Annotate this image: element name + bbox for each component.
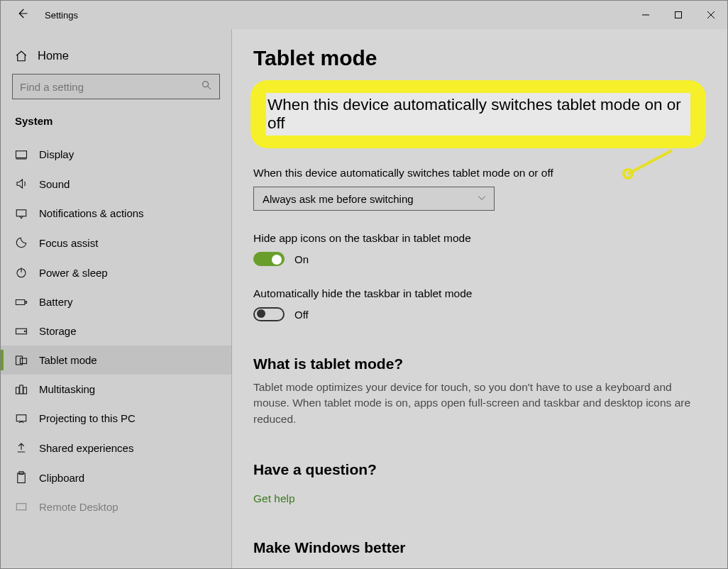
hide-taskbar-state: Off [294, 309, 309, 321]
search-input-wrapper[interactable] [12, 74, 220, 99]
page-title: Tablet mode [253, 46, 706, 70]
sidebar-item-projecting[interactable]: Projecting to this PC [1, 404, 231, 433]
window-title: Settings [45, 10, 78, 21]
auto-switch-label: When this device automatically switches … [253, 167, 706, 179]
svg-rect-19 [23, 387, 27, 394]
sidebar-home-label: Home [38, 49, 69, 62]
back-button[interactable] [13, 7, 31, 23]
svg-rect-17 [16, 387, 20, 394]
svg-rect-16 [21, 358, 27, 364]
question-title: Have a question? [253, 461, 706, 478]
sidebar-item-label: Shared experiences [39, 442, 133, 454]
settings-window: Settings Home Syst [0, 0, 728, 569]
focus-assist-icon [15, 236, 28, 249]
auto-switch-dropdown[interactable]: Always ask me before switching [253, 187, 495, 211]
feedback-title: Make Windows better [253, 539, 706, 556]
clipboard-icon [15, 471, 28, 484]
svg-rect-8 [16, 209, 26, 216]
hide-icons-toggle[interactable] [253, 252, 285, 266]
display-icon [15, 150, 28, 160]
chevron-down-icon [477, 194, 487, 204]
sidebar-nav: Display Sound Notifications & actions Fo… [1, 140, 231, 521]
sidebar-item-remote-desktop[interactable]: Remote Desktop [1, 492, 231, 521]
sidebar-item-shared-experiences[interactable]: Shared experiences [1, 433, 231, 463]
sidebar-home[interactable]: Home [11, 42, 221, 72]
hide-taskbar-label: Automatically hide the taskbar in tablet… [253, 287, 706, 300]
hide-icons-label: Hide app icons on the taskbar in tablet … [253, 232, 706, 245]
search-input[interactable] [20, 81, 201, 93]
sidebar-item-battery[interactable]: Battery [1, 287, 231, 316]
sidebar-item-label: Remote Desktop [39, 501, 118, 513]
sidebar-item-power-sleep[interactable]: Power & sleep [1, 258, 231, 287]
main-content: Tablet mode When this device automatical… [232, 29, 727, 568]
what-is-title: What is tablet mode? [253, 355, 706, 372]
sidebar-item-label: Battery [39, 296, 73, 308]
annotation-callout: When this device automatically switches … [253, 83, 703, 145]
sidebar-item-display[interactable]: Display [1, 140, 231, 169]
hide-taskbar-toggle[interactable] [253, 307, 285, 321]
sidebar-section-title: System [11, 112, 221, 140]
annotation-text: When this device automatically switches … [266, 93, 690, 136]
tablet-mode-icon [15, 355, 28, 366]
sidebar-item-label: Focus assist [39, 237, 98, 249]
svg-rect-23 [16, 503, 26, 509]
shared-experiences-icon [15, 441, 28, 454]
svg-line-5 [208, 87, 211, 89]
sidebar-item-sound[interactable]: Sound [1, 169, 231, 199]
sidebar-item-label: Storage [39, 325, 77, 337]
titlebar: Settings [1, 1, 727, 29]
svg-rect-18 [20, 385, 23, 394]
battery-icon [15, 297, 28, 307]
svg-point-4 [203, 82, 209, 87]
remote-desktop-icon [15, 502, 28, 513]
sidebar-item-label: Clipboard [39, 472, 84, 484]
svg-rect-20 [16, 414, 26, 421]
hide-icons-state: On [294, 253, 309, 265]
sidebar-item-focus-assist[interactable]: Focus assist [1, 228, 231, 258]
svg-rect-1 [675, 12, 682, 18]
search-icon [201, 79, 212, 94]
multitasking-icon [15, 384, 28, 395]
svg-rect-12 [26, 301, 27, 303]
sidebar-item-label: Projecting to this PC [39, 412, 136, 424]
minimize-button[interactable] [629, 1, 662, 29]
sidebar-item-label: Multitasking [39, 383, 95, 395]
power-icon [15, 266, 28, 279]
svg-point-14 [25, 331, 26, 332]
sidebar-item-label: Tablet mode [39, 354, 97, 366]
sidebar-item-multitasking[interactable]: Multitasking [1, 375, 231, 404]
sound-icon [15, 177, 28, 190]
sidebar-item-storage[interactable]: Storage [1, 316, 231, 346]
close-button[interactable] [695, 1, 727, 29]
sidebar-item-label: Display [39, 148, 74, 160]
sidebar-item-label: Notifications & actions [39, 207, 144, 219]
sidebar-item-notifications[interactable]: Notifications & actions [1, 199, 231, 228]
svg-rect-11 [16, 299, 24, 304]
get-help-link[interactable]: Get help [253, 492, 295, 505]
what-is-body: Tablet mode optimizes your device for to… [253, 380, 706, 427]
auto-switch-selected: Always ask me before switching [263, 193, 414, 205]
sidebar-item-label: Sound [39, 178, 70, 190]
sidebar-item-label: Power & sleep [39, 267, 108, 279]
projecting-icon [15, 413, 28, 424]
sidebar-item-clipboard[interactable]: Clipboard [1, 463, 231, 492]
home-icon [15, 50, 28, 62]
sidebar-item-tablet-mode[interactable]: Tablet mode [1, 346, 231, 375]
storage-icon [15, 326, 28, 336]
svg-rect-6 [16, 150, 27, 158]
sidebar: Home System Display Sound [1, 29, 232, 568]
maximize-button[interactable] [662, 1, 695, 29]
notifications-icon [15, 208, 28, 219]
